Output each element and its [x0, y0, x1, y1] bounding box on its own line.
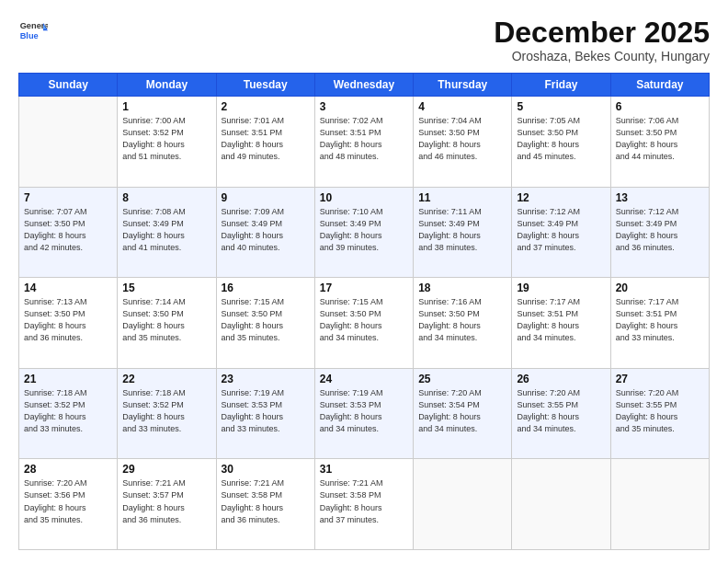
day-number: 9	[222, 191, 310, 204]
table-row: 25Sunrise: 7:20 AMSunset: 3:54 PMDayligh…	[414, 368, 512, 459]
cell-info: Sunrise: 7:21 AMSunset: 3:58 PMDaylight:…	[222, 477, 310, 525]
header-saturday: Saturday	[610, 74, 709, 97]
table-row: 10Sunrise: 7:10 AMSunset: 3:49 PMDayligh…	[314, 187, 413, 278]
day-number: 14	[24, 282, 112, 294]
calendar-week-row: 1Sunrise: 7:00 AMSunset: 3:52 PMDaylight…	[19, 97, 710, 188]
cell-info: Sunrise: 7:06 AMSunset: 3:50 PMDaylight:…	[616, 115, 704, 163]
day-number: 17	[320, 282, 408, 294]
table-row: 23Sunrise: 7:19 AMSunset: 3:53 PMDayligh…	[216, 368, 314, 459]
day-number: 26	[517, 373, 605, 385]
logo: General Blue	[18, 17, 48, 46]
cell-info: Sunrise: 7:13 AMSunset: 3:50 PMDaylight:…	[24, 296, 112, 344]
weekday-header-row: Sunday Monday Tuesday Wednesday Thursday…	[19, 74, 710, 97]
table-row: 14Sunrise: 7:13 AMSunset: 3:50 PMDayligh…	[19, 278, 118, 369]
day-number: 21	[24, 373, 112, 385]
cell-info: Sunrise: 7:00 AMSunset: 3:52 PMDaylight:…	[122, 115, 210, 163]
day-number: 25	[418, 373, 506, 385]
table-row: 13Sunrise: 7:12 AMSunset: 3:49 PMDayligh…	[610, 187, 709, 278]
cell-info: Sunrise: 7:20 AMSunset: 3:56 PMDaylight:…	[24, 477, 112, 525]
cell-info: Sunrise: 7:17 AMSunset: 3:51 PMDaylight:…	[616, 296, 704, 344]
table-row: 21Sunrise: 7:18 AMSunset: 3:52 PMDayligh…	[19, 368, 118, 459]
table-row: 24Sunrise: 7:19 AMSunset: 3:53 PMDayligh…	[314, 368, 413, 459]
cell-info: Sunrise: 7:15 AMSunset: 3:50 PMDaylight:…	[222, 296, 310, 344]
table-row: 1Sunrise: 7:00 AMSunset: 3:52 PMDaylight…	[118, 97, 216, 188]
header-sunday: Sunday	[19, 74, 118, 97]
table-row: 15Sunrise: 7:14 AMSunset: 3:50 PMDayligh…	[118, 278, 216, 369]
header-thursday: Thursday	[414, 74, 512, 97]
cell-info: Sunrise: 7:15 AMSunset: 3:50 PMDaylight:…	[320, 296, 408, 344]
table-row: 17Sunrise: 7:15 AMSunset: 3:50 PMDayligh…	[314, 278, 413, 369]
day-number: 27	[616, 373, 704, 385]
table-row: 12Sunrise: 7:12 AMSunset: 3:49 PMDayligh…	[512, 187, 610, 278]
table-row: 2Sunrise: 7:01 AMSunset: 3:51 PMDaylight…	[216, 97, 314, 188]
month-title: December 2025	[494, 17, 710, 49]
cell-info: Sunrise: 7:01 AMSunset: 3:51 PMDaylight:…	[222, 115, 310, 163]
table-row: 16Sunrise: 7:15 AMSunset: 3:50 PMDayligh…	[216, 278, 314, 369]
table-row: 19Sunrise: 7:17 AMSunset: 3:51 PMDayligh…	[512, 278, 610, 369]
table-row: 7Sunrise: 7:07 AMSunset: 3:50 PMDaylight…	[19, 187, 118, 278]
header: General Blue December 2025 Oroshaza, Bek…	[18, 17, 710, 63]
table-row: 5Sunrise: 7:05 AMSunset: 3:50 PMDaylight…	[512, 97, 610, 188]
cell-info: Sunrise: 7:21 AMSunset: 3:58 PMDaylight:…	[320, 477, 408, 525]
cell-info: Sunrise: 7:10 AMSunset: 3:49 PMDaylight:…	[320, 206, 408, 254]
cell-info: Sunrise: 7:20 AMSunset: 3:55 PMDaylight:…	[616, 387, 704, 435]
table-row: 30Sunrise: 7:21 AMSunset: 3:58 PMDayligh…	[216, 459, 314, 550]
day-number: 29	[122, 463, 210, 476]
cell-info: Sunrise: 7:05 AMSunset: 3:50 PMDaylight:…	[517, 115, 605, 163]
day-number: 5	[517, 100, 605, 113]
cell-info: Sunrise: 7:08 AMSunset: 3:49 PMDaylight:…	[122, 206, 210, 254]
day-number: 28	[24, 463, 112, 476]
day-number: 18	[418, 282, 506, 294]
day-number: 22	[122, 373, 210, 385]
calendar-week-row: 14Sunrise: 7:13 AMSunset: 3:50 PMDayligh…	[19, 278, 710, 369]
day-number: 13	[616, 191, 704, 204]
table-row	[610, 459, 709, 550]
svg-text:Blue: Blue	[20, 31, 39, 40]
table-row	[414, 459, 512, 550]
calendar-table: Sunday Monday Tuesday Wednesday Thursday…	[18, 73, 710, 550]
cell-info: Sunrise: 7:20 AMSunset: 3:54 PMDaylight:…	[418, 387, 506, 435]
table-row: 11Sunrise: 7:11 AMSunset: 3:49 PMDayligh…	[414, 187, 512, 278]
day-number: 31	[320, 463, 408, 476]
day-number: 12	[517, 191, 605, 204]
cell-info: Sunrise: 7:02 AMSunset: 3:51 PMDaylight:…	[320, 115, 408, 163]
header-wednesday: Wednesday	[314, 74, 413, 97]
table-row: 3Sunrise: 7:02 AMSunset: 3:51 PMDaylight…	[314, 97, 413, 188]
day-number: 2	[222, 100, 310, 113]
table-row: 28Sunrise: 7:20 AMSunset: 3:56 PMDayligh…	[19, 459, 118, 550]
table-row: 4Sunrise: 7:04 AMSunset: 3:50 PMDaylight…	[414, 97, 512, 188]
cell-info: Sunrise: 7:20 AMSunset: 3:55 PMDaylight:…	[517, 387, 605, 435]
day-number: 3	[320, 100, 408, 113]
cell-info: Sunrise: 7:04 AMSunset: 3:50 PMDaylight:…	[418, 115, 506, 163]
day-number: 4	[418, 100, 506, 113]
table-row: 26Sunrise: 7:20 AMSunset: 3:55 PMDayligh…	[512, 368, 610, 459]
day-number: 19	[517, 282, 605, 294]
table-row: 8Sunrise: 7:08 AMSunset: 3:49 PMDaylight…	[118, 187, 216, 278]
table-row: 20Sunrise: 7:17 AMSunset: 3:51 PMDayligh…	[610, 278, 709, 369]
day-number: 23	[222, 373, 310, 385]
table-row: 27Sunrise: 7:20 AMSunset: 3:55 PMDayligh…	[610, 368, 709, 459]
day-number: 10	[320, 191, 408, 204]
day-number: 1	[122, 100, 210, 113]
title-block: December 2025 Oroshaza, Bekes County, Hu…	[494, 17, 710, 63]
table-row	[512, 459, 610, 550]
page: General Blue December 2025 Oroshaza, Bek…	[0, 0, 728, 563]
day-number: 6	[616, 100, 704, 113]
calendar-week-row: 21Sunrise: 7:18 AMSunset: 3:52 PMDayligh…	[19, 368, 710, 459]
day-number: 15	[122, 282, 210, 294]
cell-info: Sunrise: 7:16 AMSunset: 3:50 PMDaylight:…	[418, 296, 506, 344]
header-tuesday: Tuesday	[216, 74, 314, 97]
location-subtitle: Oroshaza, Bekes County, Hungary	[494, 49, 710, 63]
cell-info: Sunrise: 7:14 AMSunset: 3:50 PMDaylight:…	[122, 296, 210, 344]
day-number: 24	[320, 373, 408, 385]
table-row: 9Sunrise: 7:09 AMSunset: 3:49 PMDaylight…	[216, 187, 314, 278]
table-row: 6Sunrise: 7:06 AMSunset: 3:50 PMDaylight…	[610, 97, 709, 188]
day-number: 30	[222, 463, 310, 476]
cell-info: Sunrise: 7:09 AMSunset: 3:49 PMDaylight:…	[222, 206, 310, 254]
cell-info: Sunrise: 7:12 AMSunset: 3:49 PMDaylight:…	[616, 206, 704, 254]
header-friday: Friday	[512, 74, 610, 97]
cell-info: Sunrise: 7:12 AMSunset: 3:49 PMDaylight:…	[517, 206, 605, 254]
table-row: 29Sunrise: 7:21 AMSunset: 3:57 PMDayligh…	[118, 459, 216, 550]
cell-info: Sunrise: 7:17 AMSunset: 3:51 PMDaylight:…	[517, 296, 605, 344]
cell-info: Sunrise: 7:18 AMSunset: 3:52 PMDaylight:…	[24, 387, 112, 435]
